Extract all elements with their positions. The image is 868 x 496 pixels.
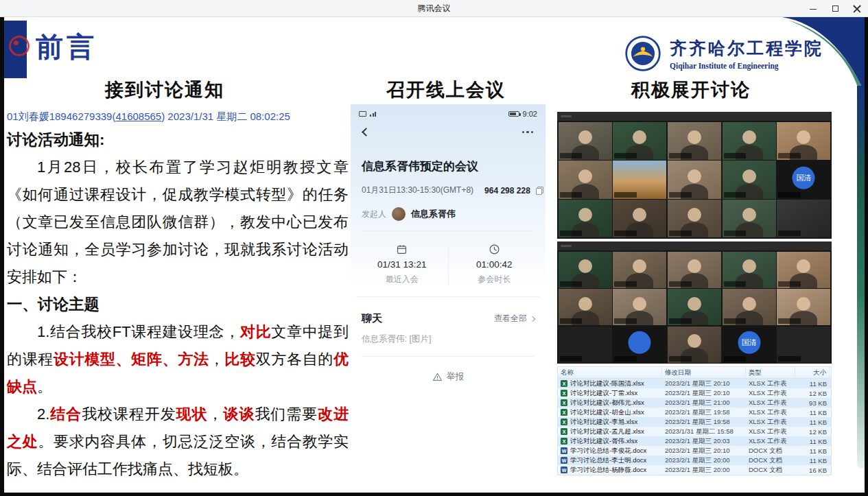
file-column-header[interactable]: 类型 (746, 367, 795, 378)
file-date: 2023/2/1 星期三 20:00 (662, 465, 746, 475)
file-date: 2023/2/1 星期三 21:00 (662, 398, 746, 408)
video-tile (668, 289, 721, 325)
meeting-datetime: 01月31日13:30-15:30(GMT+8) (362, 185, 473, 196)
participant-nametag (614, 231, 637, 236)
maximize-icon[interactable] (831, 5, 839, 13)
participant-nametag (669, 318, 692, 324)
status-time: 9:02 (523, 110, 537, 118)
file-type: XLSX 工作表 (746, 388, 795, 398)
file-column-header[interactable]: 名称 (558, 367, 662, 378)
video-tile (559, 327, 612, 363)
file-list-header: 名称修改日期类型大小 (558, 367, 831, 379)
meeting-time-row: 01月31日13:30-15:30(GMT+8) 964 298 228 (351, 174, 546, 196)
participant-nametag (724, 192, 747, 198)
participant-nametag (614, 281, 637, 287)
file-type: XLSX 工作表 (746, 417, 795, 427)
file-row[interactable]: X讨论对比建议-孟凡超.xlsx2023/1/31 星期二 15:58XLSX … (558, 427, 831, 436)
file-size: 12 KB (795, 388, 830, 398)
participant-nametag (724, 153, 747, 158)
seal-icon (9, 36, 30, 56)
file-name: 讨论对比建议-都伟元.xlsx (570, 399, 644, 408)
minimize-icon[interactable] (809, 5, 817, 13)
file-row[interactable]: W学习讨论总结-杨静薇.docx2023/2/1 星期三 20:00DOCX 文… (558, 465, 831, 475)
participant-nametag (778, 192, 801, 198)
excel-file-icon: X (561, 399, 567, 406)
stat-label: 参会时长 (478, 274, 511, 285)
copy-icon[interactable] (536, 187, 543, 195)
qq-number-link[interactable]: 41608565 (115, 110, 161, 122)
participant-nametag (778, 281, 801, 287)
excel-file-icon: X (561, 418, 567, 425)
video-tile (723, 122, 776, 160)
file-row[interactable]: X讨论对比建议-陈国清.xlsx2023/2/1 星期三 20:10XLSX 工… (558, 379, 831, 388)
meeting-stats: 01/31 13:21 最近入会 01:00:42 参会时长 (356, 231, 540, 297)
video-tile (559, 161, 612, 198)
participant-nametag (614, 192, 637, 198)
screencast-icon (359, 111, 366, 117)
file-type: DOCX 文档 (746, 456, 795, 465)
video-tile (559, 200, 612, 237)
phone-navbar (351, 118, 546, 135)
video-tile (777, 327, 830, 363)
more-icon[interactable] (522, 131, 534, 134)
participant-nametag (614, 356, 637, 362)
video-tile (723, 161, 776, 198)
view-all-chat-button[interactable]: 查看全部 (494, 313, 535, 324)
file-type: XLSX 工作表 (746, 408, 795, 417)
file-row[interactable]: X讨论对比建议-胡金山.xlsx2023/2/1 星期三 19:58XLSX 工… (558, 408, 831, 417)
stat-value: 01:00:42 (476, 259, 513, 270)
meeting-window-titlebar (557, 112, 832, 121)
notice-body: 讨论活动通知:1月28日，校长布置了学习赵炬明教授文章《如何通过课程设计，促成教… (7, 126, 349, 483)
file-row[interactable]: X讨论对比建议-丁雷.xlsx2023/2/1 星期三 20:10XLSX 工作… (558, 388, 831, 398)
video-tile (613, 200, 666, 237)
file-name: 讨论对比建议-胡金山.xlsx (570, 408, 644, 417)
file-date: 2023/2/1 星期三 19:58 (662, 417, 746, 427)
organizer-avatar (392, 207, 406, 221)
meeting-screenshot-1: 国清 (557, 112, 832, 239)
window-controls (809, 0, 861, 17)
chat-section: 聊天 查看全部 (351, 297, 546, 325)
video-tile (559, 122, 612, 160)
excel-file-icon: X (561, 380, 567, 387)
video-tiles-grid: 国清 (557, 121, 832, 239)
file-row[interactable]: X讨论对比建议-都伟元.xlsx2023/2/1 星期三 21:00XLSX 工… (558, 398, 831, 408)
chat-section-title: 聊天 (362, 312, 382, 325)
participant-nametag (669, 153, 692, 158)
file-type: DOCX 文档 (746, 446, 795, 456)
participant-nametag (560, 281, 583, 287)
file-size: 12 KB (795, 427, 830, 436)
word-file-icon: W (561, 447, 567, 454)
video-tile (613, 122, 666, 160)
school-name-cn: 齐齐哈尔工程学院 (670, 37, 823, 60)
file-row[interactable]: W学习讨论总结-李士明.docx2023/2/1 星期三 20:00DOCX 文… (558, 456, 831, 465)
file-column-header[interactable]: 大小 (795, 367, 830, 378)
video-tile (668, 122, 721, 160)
file-date: 2023/2/1 星期三 20:10 (662, 388, 746, 398)
video-tile (777, 200, 830, 237)
file-row[interactable]: X讨论对比建议-胥伟.xlsx2023/2/1 星期三 20:03XLSX 工作… (558, 436, 831, 446)
file-column-header[interactable]: 修改日期 (662, 367, 746, 378)
file-date: 2023/2/1 星期三 20:10 (662, 446, 746, 456)
file-date: 2023/1/31 星期二 15:58 (662, 427, 746, 436)
report-button[interactable]: 举报 (351, 357, 546, 383)
participant-nametag (560, 192, 583, 198)
video-tile (559, 289, 612, 325)
video-tile (668, 252, 721, 288)
file-size: 16 KB (795, 465, 830, 475)
close-icon[interactable] (853, 5, 861, 13)
video-tile (668, 327, 721, 363)
warning-icon (432, 372, 443, 382)
file-size: 11 KB (795, 417, 830, 427)
file-type: XLSX 工作表 (746, 436, 795, 446)
chat-last-message: 信息系胥伟: [图片] (362, 325, 535, 357)
phone-statusbar: 9:02 (351, 104, 546, 118)
file-row[interactable]: W学习讨论总结-李俊花.docx2023/2/1 星期三 20:10DOCX 文… (558, 446, 831, 456)
excel-file-icon: X (561, 390, 567, 397)
participant-avatar (629, 331, 651, 354)
participant-nametag (614, 153, 637, 158)
report-label: 举报 (447, 370, 465, 383)
notice-heading: 一、讨论主题 (7, 291, 349, 318)
file-row[interactable]: X讨论对比建议-李旭.xlsx2023/2/1 星期三 19:58XLSX 工作… (558, 417, 831, 427)
video-tile (613, 161, 666, 198)
participant-nametag (560, 153, 583, 158)
